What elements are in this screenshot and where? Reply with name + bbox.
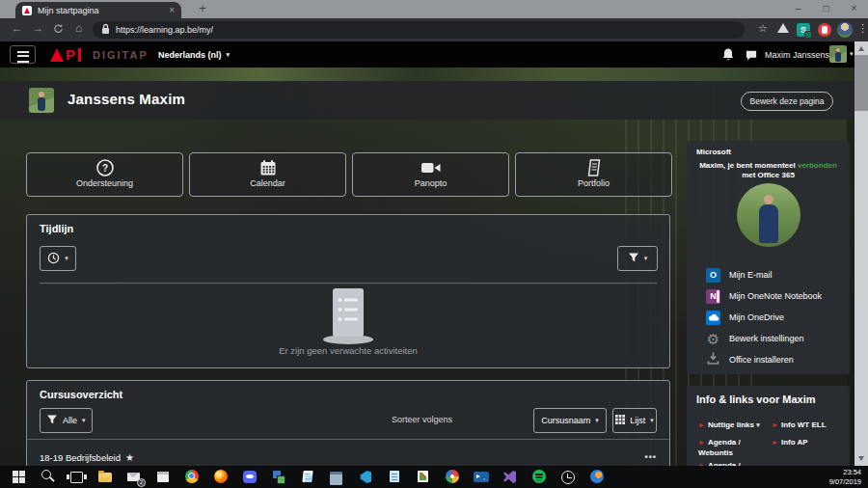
onenote-link[interactable]: N Mijn OneNote Notebook	[706, 287, 822, 305]
office365-profile-photo	[737, 183, 800, 247]
quick-card-panopto[interactable]: Panopto	[352, 152, 509, 197]
microsoft-block-title: Microsoft	[696, 148, 731, 156]
task-view-icon[interactable]	[62, 466, 91, 488]
language-dropdown[interactable]: Nederlands (nl) ▾	[158, 50, 230, 60]
reload-icon[interactable]	[53, 23, 64, 36]
red-extension-icon[interactable]	[818, 23, 831, 37]
search-icon[interactable]	[33, 466, 62, 488]
user-menu-name[interactable]: Maxim Janssens	[765, 50, 829, 60]
timeline-title: Tijdlijn	[40, 223, 73, 234]
course-menu-icon[interactable]: •••	[645, 452, 657, 462]
ap-favicon-icon	[22, 6, 32, 15]
arrow-marker-icon: ►	[772, 421, 778, 428]
info-links-title: Info & links voor Maxim	[696, 393, 815, 405]
email-link[interactable]: O Mijn E-mail	[706, 266, 773, 284]
forward-icon[interactable]: →	[33, 22, 43, 34]
taskbar-icons: 2	[4, 466, 611, 488]
security-app-icon[interactable]	[264, 466, 293, 488]
drive-extension-icon[interactable]	[777, 23, 789, 33]
course-filter-button[interactable]: Alle ▾	[40, 408, 93, 433]
messages-icon[interactable]	[745, 48, 758, 66]
s-extension-icon[interactable]: S	[797, 23, 810, 37]
hamburger-menu-icon[interactable]	[10, 45, 36, 64]
quick-card-portfolio[interactable]: Portfolio	[515, 152, 672, 197]
window-maximize-button[interactable]: □	[812, 0, 840, 18]
url-text[interactable]: https://learning.ap.be/my/	[116, 25, 213, 35]
background-trees	[0, 68, 868, 82]
tab-close-icon[interactable]: ×	[169, 5, 175, 15]
sort-by-dropdown[interactable]: Cursusnaam ▾	[533, 408, 607, 433]
user-avatar[interactable]	[829, 45, 847, 63]
mail-icon[interactable]: 2	[120, 466, 149, 488]
home-icon[interactable]: ⌂	[75, 21, 82, 35]
notes-app-icon[interactable]	[293, 466, 322, 488]
remote-desktop-icon[interactable]	[322, 466, 351, 488]
reader-app-icon[interactable]	[409, 466, 438, 488]
scrollbar-thumb[interactable]	[854, 55, 868, 111]
new-tab-button[interactable]: +	[193, 1, 212, 16]
screen: Mijn startpagina × + – □ × ← → ⌂ https:/…	[0, 0, 868, 488]
firefox-icon[interactable]	[206, 466, 235, 488]
link-nuttige-links[interactable]: ►Nuttige links ▾	[698, 420, 760, 431]
browser-tab-strip: Mijn startpagina × + – □ ×	[0, 0, 868, 18]
alarm-clock-icon[interactable]	[554, 466, 583, 488]
ap-logo-triangle	[50, 48, 64, 62]
file-explorer-icon[interactable]	[91, 466, 120, 488]
quick-card-label: Ondersteuning	[27, 178, 182, 188]
link-agenda-webuntis[interactable]: ►Agenda / Webuntis	[698, 438, 768, 459]
course-filter-label: Alle	[63, 416, 77, 425]
link-info-wt-ell[interactable]: ►Info WT ELL	[772, 420, 827, 431]
quick-card-label: Portfolio	[516, 178, 671, 188]
view-value: Lijst	[630, 416, 645, 425]
window-minimize-button[interactable]: –	[784, 0, 812, 18]
chevron-down-icon: ▾	[65, 255, 68, 262]
visual-studio-icon[interactable]	[496, 466, 525, 488]
powershell-icon[interactable]	[467, 466, 496, 488]
browser-menu-icon[interactable]: ⋮	[857, 22, 868, 35]
vscode-icon[interactable]	[351, 466, 380, 488]
arrow-marker-icon: ►	[772, 439, 778, 446]
install-office-link[interactable]: Office installeren	[706, 351, 794, 368]
window-close-button[interactable]: ×	[840, 0, 868, 18]
edit-settings-link[interactable]: ⚙ Bewerk instellingen	[706, 330, 804, 347]
onedrive-link[interactable]: Mijn OneDrive	[706, 309, 784, 326]
chrome-icon[interactable]	[177, 466, 206, 488]
chevron-down-icon: ▾	[595, 417, 599, 424]
onenote-icon: N	[706, 289, 720, 304]
bookmark-star-icon[interactable]: ☆	[758, 22, 768, 35]
editor-app-icon[interactable]	[380, 466, 409, 488]
course-name[interactable]: 18-19 Bedrijfsbeleid	[40, 452, 121, 463]
back-icon[interactable]: ←	[12, 22, 22, 34]
globe-app-icon[interactable]	[583, 466, 611, 488]
browser-tab[interactable]: Mijn startpagina ×	[15, 2, 181, 18]
timeline-filter-button[interactable]: ▾	[617, 246, 658, 271]
star-icon[interactable]: ★	[125, 452, 134, 463]
spotify-icon[interactable]	[525, 466, 554, 488]
quick-card-calendar[interactable]: Calendar	[189, 152, 346, 197]
view-mode-dropdown[interactable]: Lijst ▾	[612, 408, 657, 433]
taskbar-clock[interactable]: 23:54 9/07/2019	[829, 468, 861, 487]
page-scrollbar[interactable]	[854, 41, 868, 466]
browser-profile-avatar[interactable]	[837, 22, 853, 38]
notification-bell-icon[interactable]	[721, 47, 735, 66]
media-app-icon[interactable]	[438, 466, 467, 488]
address-bar[interactable]: https://learning.ap.be/my/	[93, 21, 745, 39]
arrow-marker-icon: ►	[698, 421, 705, 428]
filter-funnel-icon	[628, 252, 639, 265]
onedrive-icon	[706, 311, 720, 325]
edit-page-button[interactable]: Bewerk deze pagina	[741, 92, 833, 111]
timeline-card: Tijdlijn ▾ ▾ Er zijn geen verwachte acti…	[26, 214, 670, 368]
user-menu-chevron-icon[interactable]: ▾	[850, 50, 854, 58]
filter-funnel-icon	[46, 414, 58, 427]
sort-by-label: Sorteer volgens	[392, 415, 452, 424]
timeline-day-filter-button[interactable]: ▾	[40, 246, 76, 271]
calendar-icon[interactable]	[149, 466, 177, 488]
discord-icon[interactable]	[235, 466, 264, 488]
start-icon[interactable]	[4, 466, 33, 488]
ap-logo-bar	[78, 48, 81, 62]
quick-card-ondersteuning[interactable]: ? Ondersteuning	[26, 152, 183, 197]
mail-badge: 2	[137, 478, 146, 487]
ap-logo[interactable]: P	[50, 46, 81, 62]
link-info-ap[interactable]: ►Info AP	[772, 438, 808, 448]
quick-card-label: Calendar	[190, 178, 345, 188]
